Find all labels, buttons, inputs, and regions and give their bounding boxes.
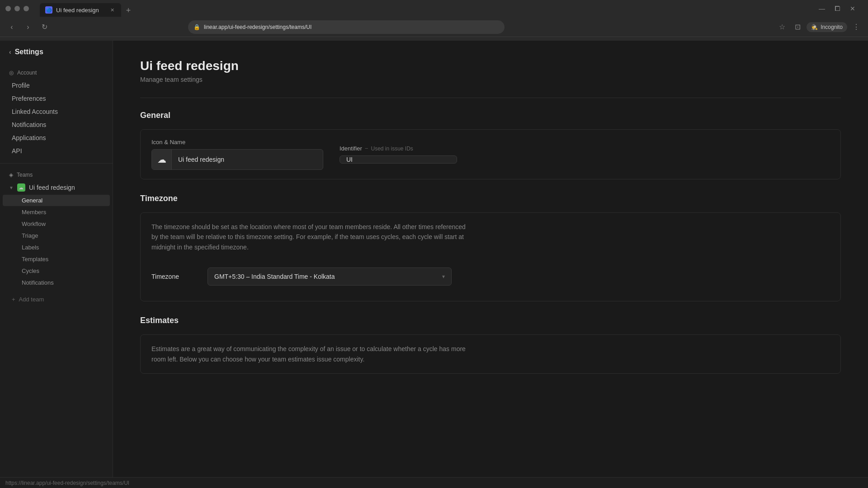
sidebar-sub-item-notifications-team[interactable]: Notifications — [3, 277, 110, 288]
timezone-section-title: Timezone — [140, 194, 841, 203]
notifications-label: Notifications — [12, 121, 46, 128]
add-team-label: Add team — [19, 296, 44, 303]
toolbar-right: ☆ ⊡ 🕵 Incognito ⋮ — [776, 21, 863, 33]
timezone-row: Timezone GMT+5:30 – India Standard Time … — [151, 261, 830, 292]
sidebar-item-preferences[interactable]: Preferences — [3, 92, 110, 105]
window-controls — [5, 6, 29, 11]
main-content: Ui feed redesign Manage team settings Ge… — [113, 41, 868, 477]
new-tab-button[interactable]: + — [122, 4, 135, 17]
sidebar-item-notifications[interactable]: Notifications — [3, 118, 110, 131]
page-title: Ui feed redesign — [140, 59, 841, 73]
estimates-section-block: Estimates are a great way of communicati… — [140, 334, 841, 374]
chevron-down-icon: ▼ — [9, 185, 14, 190]
close-btn[interactable] — [24, 6, 29, 11]
sidebar-sub-item-cycles[interactable]: Cycles — [3, 265, 110, 277]
identifier-desc: Used in issue IDs — [371, 145, 413, 152]
address-bar[interactable]: 🔒 linear.app/ui-feed-redesign/settings/t… — [188, 20, 505, 34]
account-section-header: ◎ Account — [0, 67, 113, 79]
members-label: Members — [22, 209, 46, 216]
linked-accounts-label: Linked Accounts — [12, 108, 58, 115]
profile-label: Profile — [12, 82, 30, 89]
cycles-label: Cycles — [22, 267, 39, 274]
sidebar-sub-item-workflow[interactable]: Workflow — [3, 218, 110, 230]
preferences-label: Preferences — [12, 95, 46, 102]
minimize-window-icon[interactable]: — — [816, 2, 828, 15]
labels-label: Labels — [22, 244, 39, 251]
account-icon: ◎ — [9, 70, 14, 76]
lock-icon: 🔒 — [193, 24, 200, 30]
team-icon: ☁ — [17, 183, 25, 192]
identifier-label: Identifier — [340, 145, 362, 152]
sidebar-item-profile[interactable]: Profile — [3, 79, 110, 92]
sidebar-sub-item-triage[interactable]: Triage — [3, 230, 110, 241]
sidebar-sub-item-general[interactable]: General — [3, 195, 110, 206]
team-name: Ui feed redesign — [29, 184, 75, 191]
status-bar: https://linear.app/ui-feed-redesign/sett… — [0, 477, 868, 488]
sidebar: ‹ Settings ◎ Account Profile Preferences… — [0, 41, 113, 477]
add-team-icon: + — [12, 296, 15, 303]
workflow-label: Workflow — [22, 221, 46, 227]
settings-title: Settings — [15, 48, 43, 56]
estimates-description: Estimates are a great way of communicati… — [151, 344, 468, 364]
add-team-button[interactable]: + Add team — [3, 293, 110, 305]
back-icon[interactable]: ‹ — [9, 48, 11, 56]
identifier-separator: − — [365, 145, 368, 152]
sidebar-item-linked-accounts[interactable]: Linked Accounts — [3, 105, 110, 118]
timezone-select[interactable]: GMT+5:30 – India Standard Time - Kolkata… — [208, 267, 452, 286]
identifier-input[interactable] — [346, 156, 450, 163]
incognito-label: Incognito — [821, 24, 843, 30]
sidebar-sub-item-templates[interactable]: Templates — [3, 253, 110, 265]
app-layout: ‹ Settings ◎ Account Profile Preferences… — [0, 41, 868, 477]
identifier-field[interactable] — [340, 155, 457, 164]
maximize-btn[interactable] — [14, 6, 20, 11]
tab-close-btn[interactable]: ✕ — [108, 6, 116, 14]
timezone-description: The timezone should be set as the locati… — [151, 222, 468, 252]
incognito-icon: 🕵 — [811, 24, 818, 30]
icon-name-identifier-row: Icon & Name ☁ Identifier − Used in issue… — [151, 139, 830, 170]
team-emoji-icon[interactable]: ☁ — [152, 150, 172, 169]
account-section: ◎ Account Profile Preferences Linked Acc… — [0, 63, 113, 161]
sidebar-sub-item-labels[interactable]: Labels — [3, 242, 110, 253]
icon-name-field[interactable]: ☁ — [151, 149, 323, 170]
general-section-title: General — [140, 111, 841, 120]
teams-icon: ◈ — [9, 172, 13, 178]
back-button[interactable]: ‹ — [5, 21, 18, 33]
sidebar-team-item[interactable]: ▼ ☁ Ui feed redesign — [0, 181, 113, 194]
restore-window-icon[interactable]: ⧠ — [831, 2, 844, 15]
teams-section-label: Teams — [17, 172, 33, 178]
active-tab[interactable]: 🔵 Ui feed redesign ✕ — [40, 3, 121, 17]
browser-chrome: 🔵 Ui feed redesign ✕ + — ⧠ ✕ ‹ › ↻ 🔒 lin… — [0, 0, 868, 41]
tab-title: Ui feed redesign — [56, 7, 99, 14]
account-section-label: Account — [17, 70, 37, 76]
select-arrow-icon: ▾ — [442, 273, 445, 280]
team-name-input[interactable] — [172, 150, 323, 169]
url-text: linear.app/ui-feed-redesign/settings/tea… — [204, 24, 311, 30]
sidebar-sub-item-members[interactable]: Members — [3, 206, 110, 218]
templates-label: Templates — [22, 256, 48, 263]
incognito-badge[interactable]: 🕵 Incognito — [807, 22, 847, 32]
tab-favicon: 🔵 — [45, 6, 52, 14]
sidebar-divider — [0, 163, 113, 164]
api-label: API — [12, 147, 22, 155]
browser-toolbar: ‹ › ↻ 🔒 linear.app/ui-feed-redesign/sett… — [0, 17, 868, 37]
minimize-btn[interactable] — [5, 6, 11, 11]
timezone-label: Timezone — [151, 273, 197, 280]
timezone-section-block: The timezone should be set as the locati… — [140, 212, 841, 301]
sidebar-toggle-button[interactable]: ⊡ — [791, 21, 804, 33]
title-bar: 🔵 Ui feed redesign ✕ + — ⧠ ✕ — [0, 0, 868, 17]
general-label: General — [22, 197, 42, 204]
timezone-value: GMT+5:30 – India Standard Time - Kolkata — [214, 273, 335, 280]
close-window-icon[interactable]: ✕ — [846, 2, 859, 15]
menu-button[interactable]: ⋮ — [850, 21, 863, 33]
sidebar-item-api[interactable]: API — [3, 145, 110, 157]
bookmark-button[interactable]: ☆ — [776, 21, 788, 33]
icon-name-label: Icon & Name — [151, 139, 323, 145]
general-section-block: Icon & Name ☁ Identifier − Used in issue… — [140, 129, 841, 179]
triage-label: Triage — [22, 232, 38, 239]
page-subtitle: Manage team settings — [140, 76, 841, 83]
sidebar-header[interactable]: ‹ Settings — [0, 41, 113, 63]
sidebar-item-applications[interactable]: Applications — [3, 131, 110, 144]
refresh-button[interactable]: ↻ — [38, 21, 51, 33]
tab-bar: 🔵 Ui feed redesign ✕ + — [36, 0, 138, 17]
forward-button[interactable]: › — [22, 21, 34, 33]
